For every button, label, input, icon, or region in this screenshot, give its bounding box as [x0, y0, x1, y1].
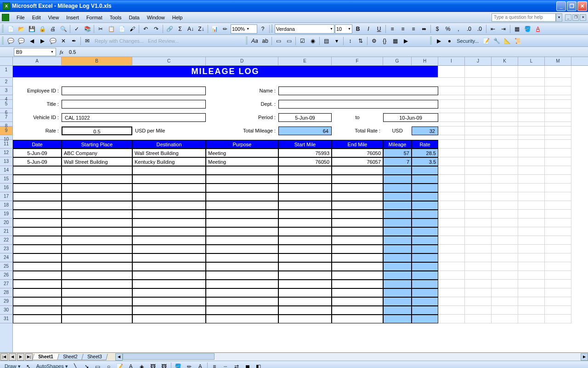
row-header[interactable]: 30	[0, 306, 12, 315]
table-cell[interactable]	[206, 227, 278, 236]
field-vehicle-id[interactable]: CAL 11022	[62, 113, 206, 122]
scroll-thumb[interactable]	[123, 353, 215, 360]
name-box[interactable]: B9▼	[14, 48, 56, 56]
table-cell[interactable]	[132, 245, 206, 253]
macro-play-icon[interactable]: ▶	[434, 36, 444, 46]
table-cell[interactable]	[383, 236, 412, 245]
table-cell[interactable]	[332, 253, 383, 262]
col-header[interactable]: A	[13, 57, 62, 65]
table-cell[interactable]	[412, 192, 438, 201]
forms-properties-icon[interactable]: ⚙	[369, 36, 379, 46]
label-name[interactable]: Name :	[206, 86, 278, 95]
table-cell[interactable]	[132, 175, 206, 184]
picture-icon[interactable]: 🖼	[159, 362, 169, 368]
row-header[interactable]: 8	[0, 122, 12, 126]
field-employee-id[interactable]	[62, 86, 206, 95]
italic-icon[interactable]: I	[363, 24, 373, 34]
field-dept[interactable]	[278, 100, 438, 109]
table-cell[interactable]	[132, 210, 206, 218]
table-cell[interactable]	[62, 271, 132, 280]
table-cell[interactable]	[332, 236, 383, 245]
table-cell[interactable]	[132, 315, 206, 323]
row-header[interactable]: 17	[0, 192, 12, 201]
table-cell[interactable]: ABC Company	[62, 149, 132, 157]
table-cell[interactable]	[206, 175, 278, 184]
row-header[interactable]: 18	[0, 201, 12, 210]
format-painter-icon[interactable]: 🖌	[127, 24, 137, 34]
table-cell[interactable]	[278, 184, 332, 192]
table-cell[interactable]	[383, 315, 412, 323]
table-cell[interactable]	[132, 218, 206, 227]
label-rate[interactable]: Rate :	[13, 126, 62, 135]
row-header[interactable]: 15	[0, 175, 12, 184]
table-cell[interactable]	[383, 184, 412, 192]
end-review-button[interactable]: End Review...	[146, 38, 181, 44]
doc-minimize-button[interactable]: _	[565, 14, 571, 21]
cut-icon[interactable]: ✂	[96, 24, 106, 34]
table-cell[interactable]	[332, 288, 383, 297]
table-cell[interactable]	[412, 245, 438, 253]
label-period[interactable]: Period :	[206, 113, 278, 122]
next-comment-icon[interactable]: ▶	[37, 36, 47, 46]
table-cell[interactable]	[206, 210, 278, 218]
table-cell[interactable]	[412, 280, 438, 288]
forms-edit-icon[interactable]: ab	[260, 36, 270, 46]
oval-icon[interactable]: ○	[104, 362, 114, 368]
tab-nav-last[interactable]: ▶|	[25, 353, 33, 361]
menu-view[interactable]: View	[45, 14, 63, 21]
table-header[interactable]: Rate	[412, 140, 438, 149]
table-cell[interactable]	[332, 175, 383, 184]
col-header[interactable]: E	[278, 57, 332, 65]
select-objects-icon[interactable]: ↖	[23, 362, 34, 368]
toolbar-grip[interactable]	[2, 25, 4, 33]
sort-desc-icon[interactable]: Z↓	[196, 24, 206, 34]
script-editor-icon[interactable]: 📜	[513, 36, 523, 46]
table-cell[interactable]	[332, 210, 383, 218]
percent-icon[interactable]: %	[443, 24, 453, 34]
table-header[interactable]: Date	[13, 140, 62, 149]
table-cell[interactable]	[278, 280, 332, 288]
show-all-comments-icon[interactable]: 💬	[48, 36, 58, 46]
excel-doc-icon[interactable]	[2, 14, 9, 21]
label-vehicle-id[interactable]: Vehicle ID :	[13, 113, 62, 122]
table-cell[interactable]	[132, 236, 206, 245]
horizontal-scrollbar[interactable]: ◀ ▶	[115, 353, 588, 361]
doc-restore-button[interactable]: ❐	[572, 14, 579, 21]
row-header[interactable]: 11	[0, 140, 12, 149]
toolbar-grip-2[interactable]	[271, 25, 273, 33]
col-header[interactable]: L	[518, 57, 545, 65]
textbox-icon[interactable]: 📝	[115, 362, 125, 368]
table-cell[interactable]	[332, 227, 383, 236]
table-cell[interactable]	[278, 288, 332, 297]
currency-icon[interactable]: $	[432, 24, 442, 34]
field-rate[interactable]: 0.5	[62, 126, 132, 135]
table-cell[interactable]	[206, 218, 278, 227]
table-cell[interactable]	[132, 184, 206, 192]
dash-style-icon[interactable]: ┈	[220, 362, 231, 368]
formula-input[interactable]: 0.5	[67, 49, 588, 55]
col-header[interactable]: D	[206, 57, 278, 65]
table-cell[interactable]	[13, 201, 62, 210]
table-cell[interactable]	[383, 201, 412, 210]
table-cell[interactable]	[278, 210, 332, 218]
row-header[interactable]: 1	[0, 66, 12, 78]
table-cell[interactable]: 28.5	[412, 149, 438, 157]
table-cell[interactable]	[412, 175, 438, 184]
table-cell[interactable]	[132, 192, 206, 201]
table-cell[interactable]	[132, 306, 206, 315]
sheet-tab[interactable]: Sheet2	[57, 354, 83, 360]
font-color-icon[interactable]: A	[533, 24, 543, 34]
table-cell[interactable]	[132, 297, 206, 306]
table-cell[interactable]: 7	[383, 157, 412, 166]
sheet-tab[interactable]: Sheet1	[32, 354, 59, 360]
table-cell[interactable]	[62, 315, 132, 323]
hyperlink-icon[interactable]: 🔗	[164, 24, 175, 34]
table-cell[interactable]	[62, 175, 132, 184]
table-cell[interactable]	[13, 218, 62, 227]
table-cell[interactable]: Meeting	[206, 149, 278, 157]
fill-color-draw-icon[interactable]: 🪣	[173, 362, 183, 368]
row-header[interactable]: 6	[0, 109, 12, 113]
table-cell[interactable]: 3.5	[412, 157, 438, 166]
table-cell[interactable]	[13, 227, 62, 236]
table-cell[interactable]	[62, 253, 132, 262]
